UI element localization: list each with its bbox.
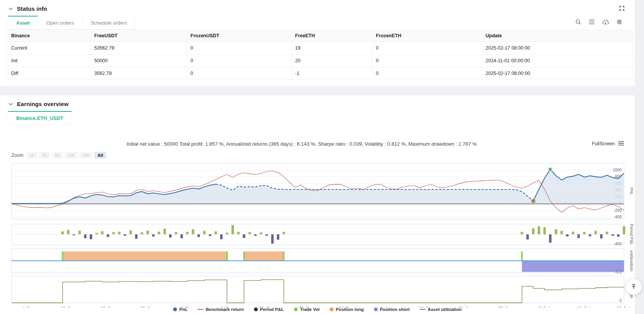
zoom-button-8h: 8h [52,152,63,159]
cell: 19 [292,42,373,55]
period-bar [169,234,172,238]
cell: 0 [187,67,292,80]
zoom-button-12h: 12h [64,152,78,159]
tab-open-orders[interactable]: Open orders [38,16,82,30]
list-icon[interactable] [589,19,595,25]
status-card-header: Status info [0,0,635,12]
period-bar [555,229,557,234]
period-bar [623,226,625,234]
period-bar [84,234,86,238]
cell: 0 [187,55,292,67]
period-bar [152,234,154,237]
legend-item-period-p-l[interactable]: Period P&L [254,307,284,312]
legend-symbol [294,307,298,311]
chart-fullscreen-button[interactable]: FullScreen [592,140,624,147]
fullscreen-toggle-icon[interactable] [618,5,626,13]
zoom-button-all[interactable]: All [94,152,106,159]
svg-text:1000: 1000 [613,168,622,172]
cell: 2024-11-01 00:00:00 [482,55,633,67]
cell: 50000 [91,55,187,67]
cell: 0 [187,42,292,55]
legend-symbol [173,307,177,311]
period-bar [101,231,103,234]
fullscreen-label: FullScreen [592,141,615,146]
period-bar [260,233,262,234]
trade-vol-bar [283,251,284,261]
period-bar [147,231,149,234]
settings-icon[interactable] [616,19,622,25]
axis-title: vol/position [629,250,634,271]
earnings-summary-row: Initial net value : 50000 Total profit: … [12,140,624,147]
svg-text:-400: -400 [614,214,622,219]
period-bar [192,229,194,234]
trade-vol-bar [243,251,245,261]
trade-marker-high [549,168,552,171]
status-tabs-row: AssetOpen ordersSchedule orders [0,16,635,30]
cell: 53562.79 [91,42,187,55]
zoom-toolbar: Zoom 1h3h8h12h24hAll [12,151,108,159]
period-bar [164,229,166,234]
tab-schedule-orders[interactable]: Schedule orders [83,16,136,30]
period-bar [197,234,200,237]
period-bar [271,234,274,244]
period-bar [249,232,251,234]
zoom-button-3h: 3h [39,152,50,159]
period-bar [124,234,126,236]
svg-text:0: 0 [619,298,622,303]
legend-item-pnl[interactable]: PnL [173,307,188,312]
asset-table-header-row: BinanceFreeUSDTFrozenUSDTFreeETHFrozenET… [8,30,633,42]
column-header-update: Update [482,30,633,42]
cell[interactable]: Current [8,42,91,55]
pnl-area [12,169,624,204]
legend-label: Position short [380,307,410,312]
period-bar [561,231,563,234]
table-row: Init5000002002024-11-01 00:00:00 [8,55,633,67]
tab-asset[interactable]: Asset [8,16,38,30]
trade-vol-bar [521,251,522,261]
legend-item-position-short[interactable]: Position short [374,307,410,312]
tab-binance-eth-usdt[interactable]: Binance.ETH_USDT [8,111,72,125]
legend-symbol [374,307,378,311]
legend-item-benchmark-return[interactable]: Benchmark return [198,307,244,312]
period-bar [73,234,75,236]
search-icon[interactable] [575,19,581,25]
column-header-frozenusdt: FrozenUSDT [187,30,292,42]
period-bar [577,234,580,238]
period-bar [180,234,183,238]
asset-table: BinanceFreeUSDTFrozenUSDTFreeETHFrozenET… [8,30,633,80]
period-bar [243,234,245,238]
legend-item-trade-vol[interactable]: Trade Vol [294,307,320,312]
legend-symbol [198,309,204,310]
legend-item-asset-utilization[interactable]: Asset utilization [420,307,462,312]
cell: 3562.79 [91,67,187,80]
table-row: Diff3562.790-102025-02-17 08:00:00 [8,67,633,80]
earnings-overview-card: Earnings overview Binance.ETH_USDT Initi… [0,95,635,314]
status-info-card: Status info AssetOpen ordersSchedule ord… [0,0,635,86]
legend-symbol [420,309,425,310]
period-bar [532,228,534,234]
position-long-block [244,251,284,261]
back-to-top-button[interactable] [626,279,642,295]
position-short-block [522,261,624,272]
period-bar [209,234,211,236]
axis-title: PnL [629,188,634,195]
column-header-freeusdt: FreeUSDT [91,30,187,42]
chart-menu-icon[interactable] [618,140,624,147]
cloud-download-icon[interactable] [602,19,609,25]
legend-label: Position long [336,307,364,312]
legend-item-position-long[interactable]: Position long [330,307,364,312]
period-bar [135,234,137,239]
trade-vol-bar [226,251,228,261]
period-bar [175,232,177,234]
period-bar [572,232,574,234]
period-bar [549,234,551,243]
legend-label: Period P&L [260,307,284,312]
legend-label: PnL [179,307,188,312]
trade-marker-low [532,199,535,203]
chevron-down-icon[interactable] [8,7,13,10]
utilization-panel [12,276,624,303]
period-bar [594,231,597,234]
trade-vol-bar [62,251,63,261]
chevron-down-icon[interactable] [8,103,13,106]
status-card-title: Status info [17,5,47,12]
